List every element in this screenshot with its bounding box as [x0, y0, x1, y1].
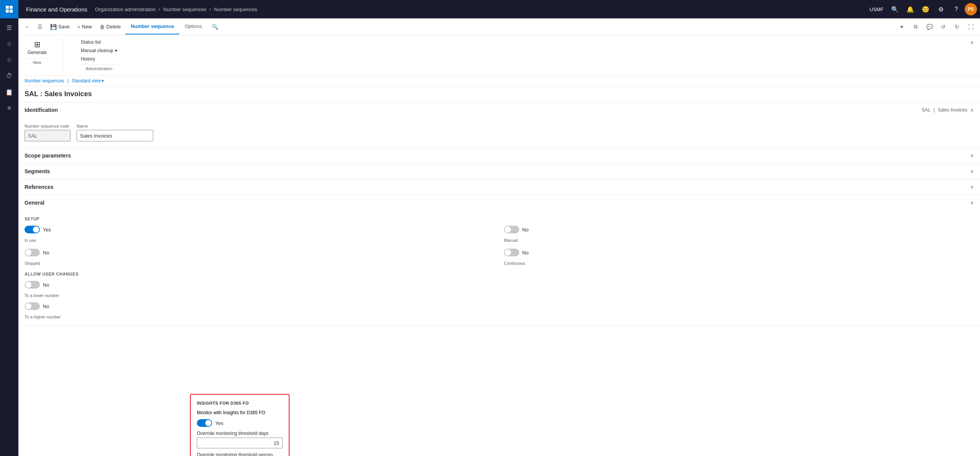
identification-right-sep: | [934, 107, 935, 113]
manual-cleanup-button[interactable]: Manual cleanup ▾ [78, 47, 120, 54]
breadcrumb-num-seq-2[interactable]: Number sequences [214, 7, 257, 12]
continuous-value: No [522, 250, 529, 256]
main-content-area: ← ☰ 💾 Save + New 🗑 Delete Number sequenc… [18, 18, 980, 456]
ribbon-collapse-btn[interactable]: ∧ [970, 40, 974, 45]
app-grid-icon[interactable] [0, 0, 18, 18]
sidebar-home-icon[interactable]: ⌂ [2, 36, 17, 51]
save-button[interactable]: 💾 Save [47, 21, 73, 33]
tab-number-sequence[interactable]: Number sequence [125, 19, 179, 34]
stopped-toggle[interactable] [25, 249, 40, 256]
higher-number-row: No [25, 302, 974, 310]
ribbon-admin-label: Administration [78, 64, 120, 71]
notification-icon-btn[interactable]: 🔔 [903, 2, 917, 16]
segments-section: Segments ∨ [18, 164, 980, 179]
stopped-label: Stopped [25, 261, 495, 266]
menu-button[interactable]: ☰ [34, 21, 46, 33]
pin-icon-btn[interactable]: ✦ [896, 21, 908, 33]
breadcrumb-sep-2: › [209, 7, 211, 12]
insights-monitor-toggle[interactable] [197, 419, 212, 427]
identification-right-sal: SAL [922, 107, 931, 113]
stopped-toggle-knob [25, 249, 31, 256]
scope-parameters-right: ∨ [970, 153, 974, 158]
in-use-toggle[interactable] [25, 226, 40, 233]
sidebar-star-icon[interactable]: ☆ [2, 52, 17, 67]
scope-parameters-title: Scope parameters [25, 153, 970, 159]
name-input[interactable] [77, 130, 153, 141]
breadcrumb-num-seq-1[interactable]: Number sequences [163, 7, 206, 12]
continuous-toggle[interactable] [504, 249, 519, 256]
in-use-label: In use [25, 238, 495, 243]
stopped-row: No [25, 249, 495, 256]
setup-label: SETUP [25, 217, 974, 221]
menu-icon: ☰ [38, 24, 43, 30]
insights-title: INSIGHTS FOR D365 FO [197, 401, 283, 405]
lower-toggle[interactable] [25, 281, 40, 289]
generate-button[interactable]: ⊞ Generate [25, 38, 50, 57]
in-use-row: Yes [25, 226, 495, 233]
segments-title: Segments [25, 168, 970, 174]
insights-threshold-days-input[interactable] [197, 438, 283, 448]
ribbon-new-items: ⊞ Generate [25, 38, 50, 57]
manual-toggle[interactable] [504, 226, 519, 233]
svg-rect-2 [6, 10, 9, 13]
general-header[interactable]: General ∧ [18, 195, 980, 210]
left-sidebar: ☰ ⌂ ☆ ⏱ 📋 ≡ [0, 18, 18, 456]
tab-options[interactable]: Options [179, 19, 207, 34]
breadcrumb-org-admin[interactable]: Organization administration [95, 7, 155, 12]
stopped-value: No [43, 250, 49, 256]
view-dropdown[interactable]: Standard view ▾ [72, 78, 104, 84]
scope-chevron-icon: ∨ [970, 153, 974, 158]
detach-icon-btn[interactable]: ⧉ [910, 21, 922, 33]
back-icon: ← [25, 24, 30, 30]
manual-toggle-knob [505, 226, 511, 233]
svg-rect-3 [10, 10, 13, 13]
status-list-label: Status list [81, 39, 101, 45]
scope-parameters-header[interactable]: Scope parameters ∨ [18, 148, 980, 163]
identification-chevron-icon: ∧ [970, 107, 974, 113]
delete-label: Delete [106, 24, 121, 30]
status-list-button[interactable]: Status list [78, 38, 120, 46]
help-icon-btn[interactable]: ? [949, 2, 963, 16]
undo-icon-btn[interactable]: ↺ [937, 21, 949, 33]
identification-section: Identification SAL | Sales Invoices ∧ Nu… [18, 102, 980, 148]
redo-icon-btn[interactable]: ↻ [951, 21, 963, 33]
delete-button[interactable]: 🗑 Delete [97, 21, 124, 33]
expand-icon-btn[interactable]: ⛶ [965, 21, 977, 33]
code-label: Number sequence code [25, 124, 70, 128]
save-icon: 💾 [50, 24, 57, 30]
general-section: General ∧ SETUP Yes In use [18, 195, 980, 326]
num-seq-link[interactable]: Number sequences [25, 78, 64, 84]
save-label: Save [58, 24, 70, 30]
code-input[interactable] [25, 130, 70, 141]
sidebar-hamburger-icon[interactable]: ☰ [2, 20, 17, 35]
new-button[interactable]: + New [74, 21, 95, 33]
generate-label: Generate [28, 50, 47, 55]
references-header[interactable]: References ∨ [18, 179, 980, 195]
breadcrumb: Organization administration › Number seq… [95, 7, 257, 12]
sidebar-recent-icon[interactable]: ⏱ [2, 68, 17, 84]
higher-toggle[interactable] [25, 302, 40, 310]
in-use-toggle-knob [33, 226, 39, 233]
sidebar-modules-icon[interactable]: ≡ [2, 100, 17, 116]
user-face-icon-btn[interactable]: 😊 [919, 2, 933, 16]
insights-threshold-days-group: Override monitoring threshold days [197, 431, 283, 448]
identification-content: Number sequence code Name [18, 118, 980, 148]
sidebar-workspaces-icon[interactable]: 📋 [2, 84, 17, 100]
continuous-toggle-knob [505, 249, 511, 256]
identification-title: Identification [25, 107, 922, 113]
history-button[interactable]: History [78, 55, 120, 63]
back-button[interactable]: ← [21, 21, 33, 33]
history-label: History [81, 56, 95, 62]
settings-icon-btn[interactable]: ⚙ [934, 2, 948, 16]
allow-user-changes-label: ALLOW USER CHANGES [25, 272, 974, 276]
search-icon-btn[interactable]: 🔍 [888, 2, 902, 16]
record-title-bar: SAL : Sales Invoices [18, 86, 980, 102]
higher-label: To a higher number [25, 315, 974, 319]
references-right: ∨ [970, 184, 974, 190]
search-button[interactable]: 🔍 [209, 21, 221, 33]
identification-section-header[interactable]: Identification SAL | Sales Invoices ∧ [18, 102, 980, 118]
segments-header[interactable]: Segments ∨ [18, 164, 980, 179]
chat-icon-btn[interactable]: 💬 [923, 21, 936, 33]
user-avatar[interactable]: PS [965, 3, 977, 15]
insights-toggle-row: Yes [197, 419, 283, 427]
